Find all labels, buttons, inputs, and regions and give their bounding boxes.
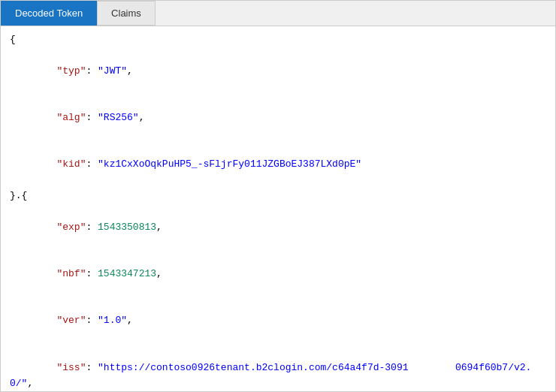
field-exp: "exp": 1543350813, [10, 204, 546, 251]
main-container: Decoded Token Claims { "typ": "JWT", "al… [0, 0, 556, 392]
tab-bar: Decoded Token Claims [1, 1, 555, 26]
field-alg: "alg": "RS256", [10, 95, 546, 141]
open-brace: { [10, 32, 546, 48]
field-iss: "iss": "https://contoso0926tenant.b2clog… [10, 345, 546, 391]
token-content: { "typ": "JWT", "alg": "RS256", "kid": "… [1, 26, 555, 391]
field-kid: "kid": "kz1CxXoOqkPuHP5_-sFljrFy011JZGBo… [10, 142, 546, 188]
field-ver: "ver": "1.0", [10, 298, 546, 345]
close-open-brace: }.{ [10, 188, 546, 204]
field-nbf: "nbf": 1543347213, [10, 251, 546, 297]
field-typ: "typ": "JWT", [10, 48, 546, 95]
tab-decoded-token[interactable]: Decoded Token [1, 1, 97, 26]
tab-claims[interactable]: Claims [97, 1, 156, 26]
